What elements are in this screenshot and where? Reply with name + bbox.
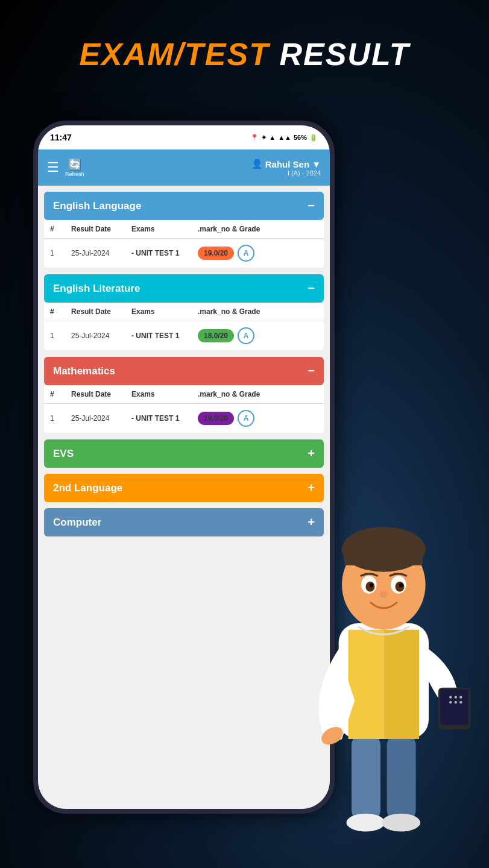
svg-rect-1: [387, 732, 416, 822]
subject-section-evs: EVS +: [44, 439, 324, 468]
row-date: 25-Jul-2024: [71, 249, 131, 257]
refresh-label: Refresh: [65, 171, 84, 177]
row-num: 1: [50, 249, 71, 257]
status-time: 11:47: [50, 133, 72, 142]
svg-point-19: [459, 696, 462, 699]
col-num: #: [50, 307, 71, 316]
row-num: 1: [50, 414, 71, 423]
grade-circle: A: [238, 327, 254, 344]
row-exam[interactable]: - UNIT TEST 1: [131, 414, 198, 423]
svg-point-17: [449, 696, 452, 699]
subject-name-english-literature: English Literature: [53, 283, 140, 295]
title-result: RESULT: [279, 37, 409, 72]
svg-point-2: [346, 814, 385, 832]
subject-section-english-language: English Language − # Result Date Exams .…: [44, 192, 324, 268]
subject-section-mathematics: Mathematics − # Result Date Exams .mark_…: [44, 357, 324, 433]
subject-name-2nd-language: 2nd Language: [53, 482, 122, 494]
subject-header-mathematics[interactable]: Mathematics −: [44, 357, 324, 385]
subject-header-evs[interactable]: EVS +: [44, 439, 324, 468]
subject-name-english-language: English Language: [53, 200, 141, 212]
title-exam: EXAM/TEST: [79, 37, 270, 72]
svg-point-13: [380, 591, 388, 598]
subject-header-2nd-language[interactable]: 2nd Language +: [44, 474, 324, 502]
subject-toggle-mathematics[interactable]: −: [308, 364, 315, 378]
location-icon: 📍: [250, 134, 259, 142]
table-row: 1 25-Jul-2024 - UNIT TEST 1 19.0/20 A: [44, 404, 324, 433]
row-marks-grade: 19.0/20 A: [198, 410, 318, 427]
character-illustration: [284, 488, 477, 850]
wifi-icon: ▲: [269, 134, 276, 141]
svg-point-18: [455, 696, 457, 699]
marks-badge: 18.0/20: [198, 329, 234, 342]
header-left: ☰ 🔄 Refresh: [47, 158, 84, 177]
table-row: 1 25-Jul-2024 - UNIT TEST 1 18.0/20 A: [44, 321, 324, 351]
grade-circle: A: [238, 410, 254, 427]
col-marks: .mark_no & Grade: [198, 225, 318, 233]
row-exam[interactable]: - UNIT TEST 1: [131, 249, 198, 257]
app-header: ☰ 🔄 Refresh 👤 Rahul Sen ▼ I (A) - 2024: [38, 149, 330, 186]
signal-icon: ▲▲: [278, 134, 291, 141]
svg-rect-16: [440, 690, 468, 725]
col-marks: .mark_no & Grade: [198, 307, 318, 316]
status-bar: 11:47 📍 ✦ ▲ ▲▲ 56% 🔋: [38, 125, 330, 149]
subject-header-english-language[interactable]: English Language −: [44, 192, 324, 220]
subject-name-mathematics: Mathematics: [53, 365, 115, 377]
subject-header-english-literature[interactable]: English Literature −: [44, 274, 324, 303]
result-table-english-literature: # Result Date Exams .mark_no & Grade 1 2…: [44, 303, 324, 351]
refresh-icon: 🔄: [68, 158, 81, 171]
svg-point-22: [459, 701, 462, 703]
svg-point-20: [449, 701, 452, 703]
status-icons: 📍 ✦ ▲ ▲▲ 56% 🔋: [250, 134, 318, 142]
character-svg: [284, 488, 477, 861]
battery-icon: 🔋: [309, 134, 318, 142]
bluetooth-icon: ✦: [261, 134, 267, 142]
row-date: 25-Jul-2024: [71, 332, 131, 340]
col-date: Result Date: [71, 225, 131, 233]
row-num: 1: [50, 332, 71, 340]
row-exam[interactable]: - UNIT TEST 1: [131, 332, 198, 340]
col-marks: .mark_no & Grade: [198, 390, 318, 398]
col-num: #: [50, 225, 71, 233]
table-header-english-language: # Result Date Exams .mark_no & Grade: [44, 220, 324, 239]
table-row: 1 25-Jul-2024 - UNIT TEST 1 19.0/20 A: [44, 239, 324, 268]
hamburger-menu[interactable]: ☰: [47, 160, 59, 175]
refresh-button[interactable]: 🔄 Refresh: [65, 158, 84, 177]
svg-point-21: [455, 701, 457, 703]
result-table-mathematics: # Result Date Exams .mark_no & Grade 1 2…: [44, 385, 324, 433]
subject-section-computer: Computer +: [44, 508, 324, 536]
subject-header-computer[interactable]: Computer +: [44, 508, 324, 536]
svg-point-3: [382, 814, 420, 832]
svg-rect-0: [352, 732, 380, 822]
subject-toggle-evs[interactable]: +: [308, 447, 315, 461]
table-header-english-literature: # Result Date Exams .mark_no & Grade: [44, 303, 324, 321]
dropdown-icon[interactable]: ▼: [312, 159, 321, 169]
subject-toggle-english-literature[interactable]: −: [308, 281, 315, 295]
subject-name-computer: Computer: [53, 517, 101, 529]
battery-text: 56%: [294, 134, 307, 141]
col-exams: Exams: [131, 307, 198, 316]
col-num: #: [50, 390, 71, 398]
user-class: I (A) - 2024: [251, 169, 321, 177]
header-right: 👤 Rahul Sen ▼ I (A) - 2024: [251, 159, 321, 177]
svg-point-12: [399, 583, 403, 587]
col-date: Result Date: [71, 307, 131, 316]
page-title: EXAM/TEST RESULT: [0, 36, 489, 72]
grade-circle: A: [238, 245, 254, 262]
subject-name-evs: EVS: [53, 448, 74, 460]
user-icon: 👤: [251, 159, 263, 169]
subject-section-2nd-language: 2nd Language +: [44, 474, 324, 502]
row-marks-grade: 18.0/20 A: [198, 327, 318, 344]
subject-section-english-literature: English Literature − # Result Date Exams…: [44, 274, 324, 351]
marks-badge: 19.0/20: [198, 247, 234, 260]
user-name: 👤 Rahul Sen ▼: [251, 159, 321, 169]
col-exams: Exams: [131, 225, 198, 233]
row-marks-grade: 19.0/20 A: [198, 245, 318, 262]
table-header-mathematics: # Result Date Exams .mark_no & Grade: [44, 385, 324, 404]
row-date: 25-Jul-2024: [71, 414, 131, 423]
subject-toggle-english-language[interactable]: −: [308, 199, 315, 213]
col-exams: Exams: [131, 390, 198, 398]
result-table-english-language: # Result Date Exams .mark_no & Grade 1 2…: [44, 220, 324, 268]
col-date: Result Date: [71, 390, 131, 398]
marks-badge: 19.0/20: [198, 412, 234, 425]
svg-point-11: [370, 583, 373, 587]
